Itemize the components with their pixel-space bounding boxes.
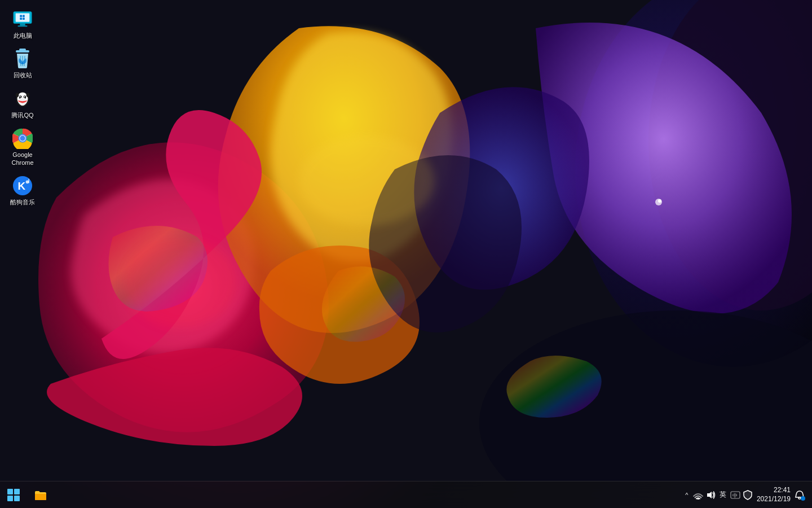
google-chrome-label: Google Chrome [5, 151, 41, 167]
svg-rect-9 [16, 14, 30, 22]
desktop-icon-tencent-qq[interactable]: 腾讯QQ [2, 85, 43, 122]
kugou-icon: K [12, 176, 33, 196]
language-indicator[interactable]: 英 [717, 490, 729, 500]
kugou-music-label: 酷狗音乐 [10, 198, 35, 206]
monitor-icon [12, 9, 33, 29]
svg-point-7 [124, 237, 237, 327]
svg-point-26 [24, 96, 25, 97]
svg-rect-14 [20, 17, 22, 20]
desktop-icons: 此电脑 回收站 [0, 0, 45, 481]
svg-point-6 [299, 135, 434, 226]
desktop-icon-google-chrome[interactable]: Google Chrome [2, 125, 43, 170]
svg-point-30 [27, 93, 30, 97]
desktop-icon-recycle-bin[interactable]: 回收站 [2, 45, 43, 82]
svg-point-25 [20, 96, 21, 97]
file-explorer-button[interactable] [27, 481, 54, 509]
qq-icon [12, 89, 33, 109]
clock-area[interactable]: 22:41 2021/12/19 [754, 486, 793, 503]
svg-rect-10 [20, 24, 25, 26]
svg-point-29 [16, 93, 19, 97]
ime-tray-icon[interactable]: 中 [730, 489, 741, 501]
network-icon [693, 491, 703, 500]
clock-time: 22:41 [774, 486, 791, 495]
taskbar-left [0, 481, 54, 509]
svg-rect-12 [20, 15, 22, 17]
security-tray-icon[interactable] [742, 489, 753, 501]
desktop-icon-this-pc[interactable]: 此电脑 [2, 6, 43, 43]
svg-text:中: 中 [732, 493, 738, 498]
tray-expand-icon: ^ [685, 492, 688, 498]
svg-rect-11 [17, 25, 27, 27]
tray-expand-button[interactable]: ^ [682, 488, 691, 502]
notification-badge [801, 496, 805, 501]
volume-tray-icon[interactable] [705, 489, 716, 501]
ime-icon: 中 [730, 491, 740, 500]
svg-rect-15 [23, 17, 25, 20]
recycle-bin-icon [12, 49, 33, 69]
svg-rect-38 [28, 179, 29, 183]
volume-icon [705, 491, 716, 500]
svg-point-34 [20, 135, 25, 141]
security-icon [743, 490, 753, 500]
svg-rect-17 [19, 49, 26, 51]
windows-logo-icon [7, 489, 20, 501]
svg-rect-13 [23, 15, 25, 17]
clock-date: 2021/12/19 [757, 495, 791, 504]
start-button[interactable] [0, 481, 27, 509]
shapes-overlay [0, 0, 812, 508]
svg-text:K: K [17, 180, 25, 192]
taskbar-right: ^ 英 中 [682, 486, 812, 503]
this-pc-label: 此电脑 [14, 32, 32, 40]
chrome-icon [12, 128, 33, 148]
desktop-icon-kugou-music[interactable]: K 酷狗音乐 [2, 172, 43, 209]
tencent-qq-label: 腾讯QQ [11, 111, 33, 119]
taskbar: ^ 英 中 [0, 481, 812, 508]
network-tray-icon[interactable] [692, 489, 704, 501]
recycle-bin-label: 回收站 [14, 71, 32, 79]
svg-point-5 [658, 199, 661, 203]
notification-button[interactable] [794, 489, 805, 501]
file-explorer-icon [34, 489, 47, 501]
svg-rect-39 [35, 494, 46, 500]
